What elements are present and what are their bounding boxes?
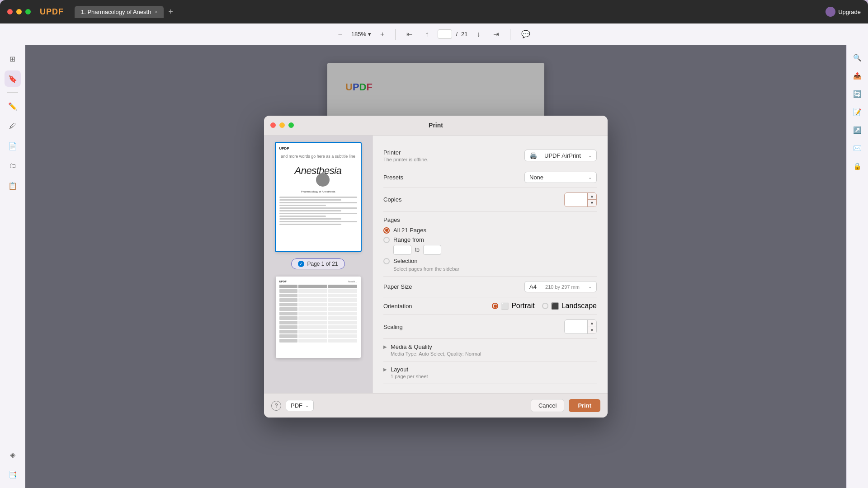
- radio-inner-dot: [385, 229, 388, 232]
- preview-table-row: [279, 312, 357, 315]
- left-sidebar: ⊞ 🔖 ✏️ 🖊 📄 🗂 📋 ◈ 📑: [0, 45, 25, 488]
- dialog-title: Print: [429, 122, 443, 129]
- right-protect-button[interactable]: 🔒: [850, 159, 865, 174]
- preview-line: [279, 221, 357, 222]
- table-cell: [279, 298, 297, 302]
- page-number-input[interactable]: 1: [438, 29, 452, 39]
- cancel-button[interactable]: Cancel: [531, 399, 564, 412]
- range-label: Range from: [393, 236, 424, 243]
- active-tab[interactable]: 1. Pharmacology of Anesth ×: [75, 6, 164, 18]
- help-button[interactable]: ?: [271, 401, 281, 411]
- table-cell: [298, 289, 327, 293]
- zoom-in-button[interactable]: +: [377, 28, 388, 40]
- preview-table-row: [279, 321, 357, 324]
- printer-row: Printer The printer is offline. 🖨️ UPDF …: [383, 145, 597, 167]
- dialog-minimize-button[interactable]: [279, 122, 285, 128]
- right-email-button[interactable]: ✉️: [850, 141, 865, 155]
- footer-left: ? PDF ⌄: [271, 400, 314, 411]
- landscape-label: Landscape: [561, 302, 597, 310]
- table-cell: [328, 312, 357, 315]
- media-quality-sub: Media Type: Auto Select, Quality: Normal: [391, 351, 597, 357]
- copies-control: 1 ▲ ▼: [564, 192, 597, 207]
- landscape-radio[interactable]: [542, 303, 548, 309]
- dialog-fullscreen-button[interactable]: [288, 122, 294, 128]
- right-export-button[interactable]: 📤: [850, 69, 865, 83]
- paper-size-chevron-icon: ⌄: [588, 284, 592, 289]
- copies-decrement-button[interactable]: ▼: [588, 200, 596, 206]
- sidebar-bookmark-button[interactable]: 🔖: [5, 70, 21, 87]
- range-to-input[interactable]: 1: [423, 245, 441, 255]
- sidebar-pages-button[interactable]: 📑: [5, 466, 21, 483]
- portrait-option[interactable]: ⬜ Portrait: [492, 302, 535, 310]
- sidebar-annotate-button[interactable]: 🖊: [5, 118, 21, 134]
- preview-page-2[interactable]: UPDF Anesth...: [276, 277, 361, 358]
- paper-size-row: Paper Size A4 210 by 297 mm ⌄: [383, 277, 597, 297]
- sidebar-layers-button[interactable]: ◈: [5, 446, 21, 463]
- preview-table-row: [279, 325, 357, 329]
- layout-title: Layout: [391, 366, 597, 373]
- copies-input[interactable]: 1: [565, 194, 587, 205]
- landscape-option[interactable]: ⬛ Landscape: [542, 302, 597, 310]
- table-cell: [279, 285, 297, 288]
- printer-status: The printer is offline.: [383, 157, 428, 162]
- presets-dropdown[interactable]: None ⌄: [524, 172, 597, 183]
- right-search-button[interactable]: 🔍: [850, 51, 865, 65]
- right-share-button[interactable]: ↗️: [850, 123, 865, 137]
- right-ocr-button[interactable]: 📝: [850, 105, 865, 119]
- printer-icon: 🖨️: [529, 152, 537, 159]
- preview-table-row: [279, 339, 357, 343]
- dialog-footer: ? PDF ⌄ Cancel Print: [264, 393, 608, 418]
- range-radio[interactable]: [383, 237, 390, 243]
- table-cell: [279, 339, 297, 343]
- copies-increment-button[interactable]: ▲: [588, 193, 596, 200]
- sidebar-thumbnail-button[interactable]: ⊞: [5, 51, 21, 67]
- table-cell: [298, 303, 327, 306]
- layout-sub: 1 page per sheet: [391, 374, 597, 379]
- right-convert-button[interactable]: 🔄: [850, 87, 865, 101]
- scaling-input[interactable]: 100%: [565, 322, 587, 332]
- pdf-dropdown[interactable]: PDF ⌄: [286, 400, 314, 411]
- close-window-button[interactable]: [7, 9, 13, 14]
- sidebar-edit-button[interactable]: ✏️: [5, 98, 21, 114]
- media-quality-row[interactable]: ▶ Media & Quality Media Type: Auto Selec…: [383, 339, 597, 361]
- scaling-decrement-button[interactable]: ▼: [588, 327, 596, 334]
- page-total: 21: [461, 31, 467, 38]
- printer-dropdown[interactable]: 🖨️ UPDF AirPrint ⌄: [524, 150, 597, 161]
- preview-line: [279, 224, 342, 225]
- minimize-window-button[interactable]: [16, 9, 22, 14]
- preview-table-header: [279, 285, 357, 288]
- window-controls: [7, 9, 31, 14]
- print-button[interactable]: Print: [569, 399, 600, 412]
- all-pages-label: All 21 Pages: [393, 227, 426, 234]
- portrait-radio[interactable]: [492, 303, 498, 309]
- zoom-out-button[interactable]: −: [334, 28, 345, 40]
- zoom-display[interactable]: 185% ▾: [351, 31, 371, 38]
- all-pages-radio[interactable]: [383, 227, 390, 234]
- settings-panel: Printer The printer is offline. 🖨️ UPDF …: [373, 136, 608, 393]
- next-page-button[interactable]: ↓: [473, 28, 484, 40]
- scaling-increment-button[interactable]: ▲: [588, 320, 596, 327]
- table-cell: [279, 303, 297, 306]
- last-page-button[interactable]: ⇥: [490, 28, 503, 40]
- paper-size-dropdown[interactable]: A4 210 by 297 mm ⌄: [524, 281, 597, 292]
- sidebar-organize-button[interactable]: 📄: [5, 138, 21, 154]
- presets-value: None: [529, 174, 543, 181]
- sidebar-stamp-button[interactable]: 🗂: [5, 158, 21, 174]
- comment-button[interactable]: 💬: [518, 28, 534, 40]
- printer-label: Printer: [383, 149, 428, 156]
- preview-page-1[interactable]: UPDF and more words go here as a subtitl…: [276, 143, 361, 251]
- prev-page-button[interactable]: ↑: [421, 28, 432, 40]
- fullscreen-window-button[interactable]: [25, 9, 31, 14]
- selection-radio[interactable]: [383, 258, 390, 264]
- range-from-input[interactable]: 1: [393, 245, 411, 255]
- tab-close-button[interactable]: ×: [155, 9, 157, 14]
- preview-line: [279, 218, 342, 220]
- dialog-close-button[interactable]: [270, 122, 276, 128]
- add-tab-button[interactable]: +: [165, 7, 176, 17]
- orientation-row: Orientation ⬜ Portrait: [383, 297, 597, 315]
- layout-row[interactable]: ▶ Layout 1 page per sheet: [383, 361, 597, 384]
- preview-check-icon: ✓: [298, 261, 304, 267]
- upgrade-button[interactable]: Upgrade: [826, 7, 861, 17]
- sidebar-forms-button[interactable]: 📋: [5, 178, 21, 194]
- first-page-button[interactable]: ⇤: [403, 28, 416, 40]
